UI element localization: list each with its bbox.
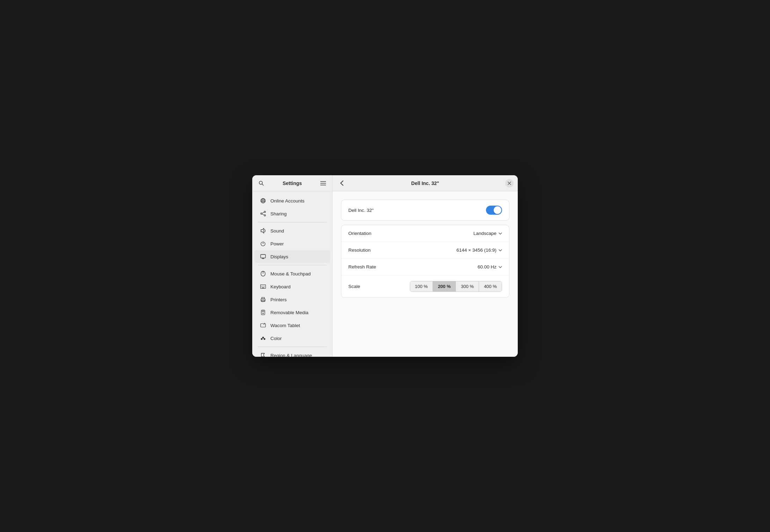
search-button[interactable]: [256, 178, 266, 188]
svg-point-12: [261, 213, 262, 214]
displays-icon: [260, 253, 266, 260]
close-button[interactable]: [505, 179, 514, 187]
resolution-value[interactable]: 6144 × 3456 (16:9): [457, 247, 502, 253]
mouse-icon: [260, 271, 266, 277]
refresh-rate-value[interactable]: 60.00 Hz: [478, 264, 502, 269]
sidebar-item-label: Displays: [270, 254, 288, 259]
keyboard-icon: [260, 283, 266, 290]
sidebar: Online Accounts Sharing: [252, 191, 333, 357]
titlebar: Settings Dell Inc. 32": [252, 175, 518, 191]
monitor-row: Dell Inc. 32": [341, 200, 509, 220]
sidebar-item-label: Sharing: [270, 211, 287, 216]
sidebar-item-label: Keyboard: [270, 284, 291, 289]
page-title: Dell Inc. 32": [411, 180, 439, 186]
power-icon: [260, 241, 266, 247]
sidebar-item-removable-media[interactable]: Removable Media: [254, 306, 330, 319]
sidebar-item-label: Sound: [270, 228, 284, 234]
resolution-label: Resolution: [348, 247, 457, 253]
online-accounts-icon: [260, 198, 266, 204]
settings-title: Settings: [269, 180, 315, 186]
sidebar-item-label: Color: [270, 336, 282, 341]
menu-button[interactable]: [318, 178, 328, 188]
sidebar-item-label: Online Accounts: [270, 198, 305, 204]
titlebar-right: Dell Inc. 32": [333, 175, 518, 191]
orientation-label: Orientation: [348, 231, 473, 236]
svg-rect-36: [262, 311, 264, 312]
sound-icon: [260, 228, 266, 234]
svg-point-37: [263, 313, 264, 314]
scale-100-button[interactable]: 100 %: [410, 281, 433, 291]
svg-point-8: [262, 199, 264, 203]
monitor-toggle[interactable]: [486, 206, 502, 215]
sidebar-item-label: Printers: [270, 297, 287, 302]
sidebar-item-sound[interactable]: Sound: [254, 224, 330, 237]
settings-window: Settings Dell Inc. 32": [252, 175, 518, 357]
svg-line-14: [262, 212, 264, 213]
sidebar-item-wacom-tablet[interactable]: Wacom Tablet: [254, 319, 330, 332]
sidebar-item-label: Power: [270, 241, 284, 246]
svg-point-40: [262, 337, 264, 339]
sidebar-item-color[interactable]: Color: [254, 332, 330, 345]
sidebar-item-label: Region & Language: [270, 353, 312, 357]
svg-point-13: [264, 215, 266, 216]
resolution-chevron-icon: [499, 249, 502, 251]
svg-rect-33: [262, 297, 264, 299]
refresh-rate-label: Refresh Rate: [348, 264, 478, 269]
sidebar-divider-3: [258, 347, 327, 347]
svg-line-15: [262, 214, 264, 215]
scale-buttons: 100 % 200 % 300 % 400 %: [410, 281, 502, 292]
sidebar-item-label: Wacom Tablet: [270, 323, 300, 328]
sidebar-item-region-language[interactable]: Region & Language: [254, 349, 330, 357]
svg-rect-17: [261, 254, 266, 258]
printers-icon: [260, 296, 266, 303]
svg-point-7: [261, 199, 266, 203]
back-button[interactable]: [337, 178, 347, 188]
svg-rect-34: [262, 300, 264, 302]
wacom-icon: [260, 322, 266, 328]
orientation-value[interactable]: Landscape: [473, 231, 502, 236]
content-area: Online Accounts Sharing: [252, 191, 518, 357]
svg-point-11: [264, 211, 266, 213]
main-panel: Dell Inc. 32" Orientation Landscape: [333, 191, 518, 357]
sidebar-divider-1: [258, 222, 327, 222]
sidebar-item-label: Mouse & Touchpad: [270, 271, 311, 276]
display-settings-card: Orientation Landscape Resolution 6144 × …: [341, 225, 509, 298]
sidebar-item-label: Removable Media: [270, 310, 308, 315]
svg-point-42: [264, 338, 266, 340]
color-icon: [260, 335, 266, 341]
refresh-rate-row: Refresh Rate 60.00 Hz: [341, 259, 509, 275]
sidebar-item-printers[interactable]: Printers: [254, 293, 330, 306]
monitor-name-label: Dell Inc. 32": [348, 208, 486, 213]
svg-line-1: [262, 184, 263, 185]
scale-label: Scale: [348, 284, 410, 289]
sidebar-item-online-accounts[interactable]: Online Accounts: [254, 194, 330, 207]
sidebar-item-displays[interactable]: Displays: [254, 250, 330, 263]
orientation-chevron-icon: [499, 232, 502, 235]
sidebar-divider-2: [258, 265, 327, 265]
sidebar-item-sharing[interactable]: Sharing: [254, 207, 330, 220]
scale-300-button[interactable]: 300 %: [456, 281, 479, 291]
svg-point-41: [261, 338, 263, 340]
refresh-rate-chevron-icon: [499, 266, 502, 268]
region-icon: [260, 352, 266, 357]
scale-200-button[interactable]: 200 %: [433, 281, 456, 291]
removable-media-icon: [260, 309, 266, 316]
sharing-icon: [260, 210, 266, 217]
sidebar-item-power[interactable]: Power: [254, 237, 330, 250]
sidebar-item-mouse-touchpad[interactable]: Mouse & Touchpad: [254, 267, 330, 280]
monitor-toggle-card: Dell Inc. 32": [341, 200, 509, 221]
titlebar-left: Settings: [252, 175, 333, 191]
scale-400-button[interactable]: 400 %: [479, 281, 502, 291]
orientation-row: Orientation Landscape: [341, 225, 509, 242]
sidebar-item-keyboard[interactable]: Keyboard: [254, 280, 330, 293]
resolution-row: Resolution 6144 × 3456 (16:9): [341, 242, 509, 259]
svg-marker-16: [261, 228, 264, 233]
svg-rect-38: [261, 324, 266, 327]
scale-row: Scale 100 % 200 % 300 % 400 %: [341, 275, 509, 297]
